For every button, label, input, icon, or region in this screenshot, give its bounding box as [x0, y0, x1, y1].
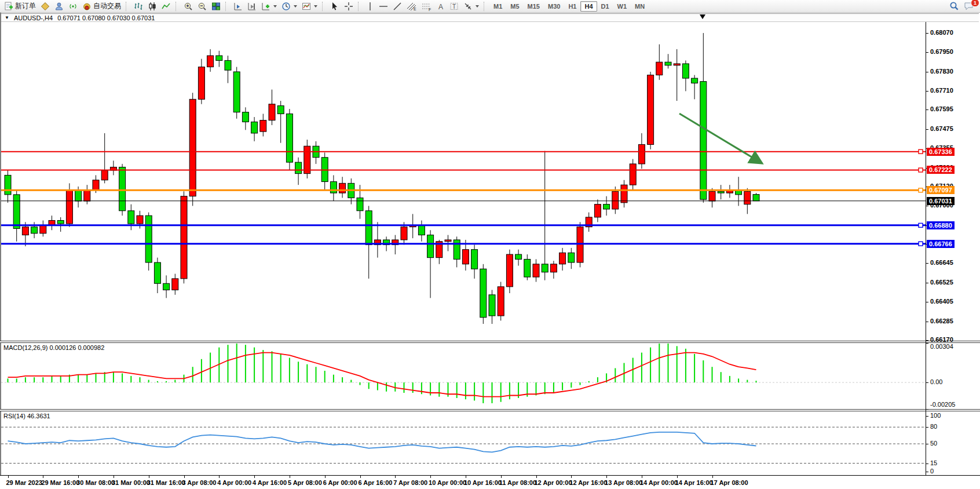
candle-body	[101, 170, 108, 180]
candle-body	[163, 283, 170, 290]
periods-button[interactable]	[279, 1, 299, 12]
line-handle[interactable]	[919, 188, 923, 192]
time-axis-label: 10 Apr 16:00	[464, 479, 502, 486]
data-window-button[interactable]	[52, 1, 66, 12]
timeframe-button-m30[interactable]: M30	[544, 1, 564, 12]
text-label-button[interactable]: T	[447, 1, 461, 12]
search-button[interactable]	[947, 1, 961, 12]
timeframe-button-w1[interactable]: W1	[613, 1, 631, 12]
price-axis-tick	[926, 302, 928, 302]
candle-body	[621, 185, 627, 203]
templates-button[interactable]	[299, 1, 320, 12]
crosshair-button[interactable]	[342, 1, 356, 12]
vertical-line-button[interactable]	[364, 1, 376, 12]
line-handle[interactable]	[919, 168, 923, 172]
signal-button[interactable]	[66, 1, 80, 12]
diamond-icon	[41, 2, 50, 11]
arrows-button[interactable]	[461, 1, 481, 12]
new-order-button[interactable]: 新订单	[2, 1, 38, 12]
candlestick-type-button[interactable]	[145, 1, 159, 12]
chart-shift-button[interactable]	[245, 1, 259, 12]
rsi-axis-label: 100	[930, 412, 941, 419]
time-axis-tick	[395, 476, 396, 478]
candle-body	[674, 64, 680, 65]
indicators-button[interactable]	[259, 1, 279, 12]
line-handle[interactable]	[919, 223, 923, 227]
macd-panel[interactable]	[1, 343, 926, 409]
candle-body	[260, 121, 266, 132]
auto-trading-button[interactable]: 自动交易	[80, 1, 123, 12]
notifications-button[interactable]: 1	[961, 1, 977, 12]
time-axis-label: 14 Apr 00:00	[640, 479, 678, 486]
candle-body	[295, 162, 302, 174]
timeframe-button-h4[interactable]: H4	[580, 1, 597, 12]
main-chart-panel[interactable]	[1, 22, 926, 341]
time-axis[interactable]: 29 Mar 202329 Mar 16:0030 Mar 08:0031 Ma…	[0, 475, 980, 489]
line-handle[interactable]	[919, 149, 923, 154]
level-price-tag[interactable]: 0.67336	[927, 148, 955, 156]
zoom-in-button[interactable]	[181, 1, 195, 12]
price-axis-label: 0.67595	[930, 105, 953, 112]
candle-body	[128, 211, 134, 224]
time-axis-tick	[114, 476, 114, 478]
time-axis-label: 30 Mar 08:00	[76, 479, 115, 486]
bar-chart-type-button[interactable]	[131, 1, 145, 12]
toolbar-separator	[126, 2, 130, 11]
timeframe-button-m5[interactable]: M5	[506, 1, 523, 12]
annotation-arrow[interactable]	[679, 114, 762, 163]
zoom-out-button[interactable]	[195, 1, 209, 12]
current-price-tag[interactable]: 0.67031	[927, 197, 955, 205]
trendline-button[interactable]	[390, 1, 404, 12]
cursor-button[interactable]	[328, 1, 342, 12]
candle-body	[692, 78, 698, 83]
time-axis-label: 29 Mar 16:00	[41, 479, 79, 486]
equidistant-channel-button[interactable]: E	[404, 1, 419, 12]
price-axis-tick	[926, 110, 928, 110]
zoom-in-icon	[184, 2, 193, 11]
timeframe-button-h1[interactable]: H1	[564, 1, 580, 12]
candle-body	[648, 75, 654, 144]
chart-titlebar: ▼ AUDUSD-,H4 0.67071 0.67080 0.67030 0.6…	[1, 13, 979, 22]
market-watch-button[interactable]	[38, 1, 52, 12]
candle-body	[207, 56, 214, 67]
time-axis-tick	[254, 476, 255, 478]
time-axis-tick	[219, 476, 220, 478]
rsi-axis-label: 80	[930, 423, 937, 430]
text-button[interactable]: A	[434, 1, 447, 12]
candle-body	[31, 227, 38, 233]
tile-windows-button[interactable]	[209, 1, 223, 12]
time-axis-tick	[430, 476, 431, 478]
auto-scroll-button[interactable]	[231, 1, 245, 12]
timeframe-button-m1[interactable]: M1	[489, 1, 506, 12]
line-chart-type-button[interactable]	[159, 1, 173, 12]
candle-body	[594, 205, 601, 217]
timeframe-button-mn[interactable]: MN	[631, 1, 649, 12]
macd-axis-label: -0.00205	[930, 401, 955, 408]
candle-body	[181, 196, 187, 279]
candle-body	[418, 225, 425, 235]
level-price-tag[interactable]: 0.66766	[927, 240, 955, 248]
fibonacci-button[interactable]: F	[419, 1, 434, 12]
level-price-tag[interactable]: 0.67097	[927, 186, 955, 194]
rsi-panel[interactable]	[1, 411, 926, 475]
candle-body	[471, 250, 478, 269]
window-menu-icon[interactable]: ▼	[5, 13, 9, 22]
level-price-tag[interactable]: 0.66880	[927, 221, 955, 229]
time-axis-tick	[325, 476, 326, 478]
time-axis-tick	[149, 476, 149, 478]
time-axis-label: 14 Apr 16:00	[675, 479, 713, 486]
template-icon	[302, 2, 311, 11]
horizontal-line-button[interactable]	[376, 1, 390, 12]
line-handle[interactable]	[919, 242, 923, 246]
timeframe-button-m15[interactable]: M15	[524, 1, 544, 12]
candle-body	[216, 56, 222, 60]
candlestick-icon	[148, 2, 157, 11]
chart-shift-marker[interactable]	[700, 14, 705, 19]
level-price-tag[interactable]: 0.67222	[927, 166, 955, 174]
timeframe-button-d1[interactable]: D1	[597, 1, 613, 12]
candle-body	[682, 64, 689, 78]
chevron-down-icon	[314, 5, 317, 8]
signal-icon	[68, 2, 78, 11]
time-axis-label: 4 Apr 16:00	[253, 479, 287, 486]
rsi-line	[8, 432, 756, 452]
